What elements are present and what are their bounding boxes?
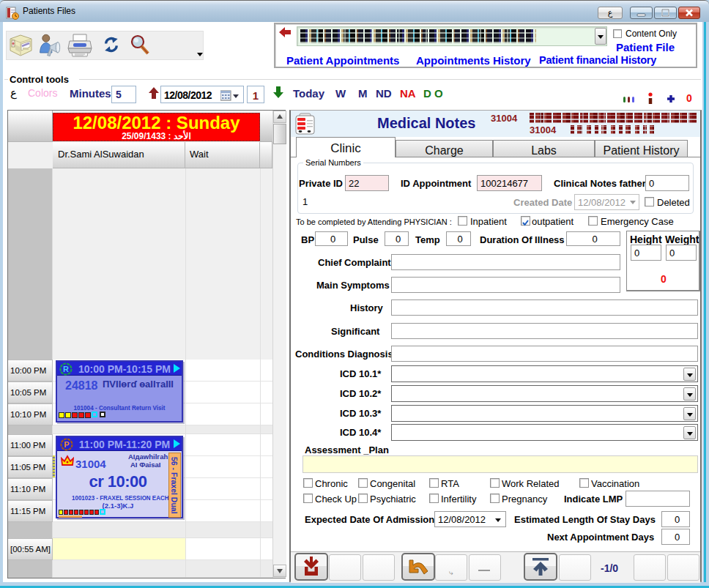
svg-text:P: P	[64, 440, 69, 449]
svg-text:R: R	[63, 365, 69, 373]
